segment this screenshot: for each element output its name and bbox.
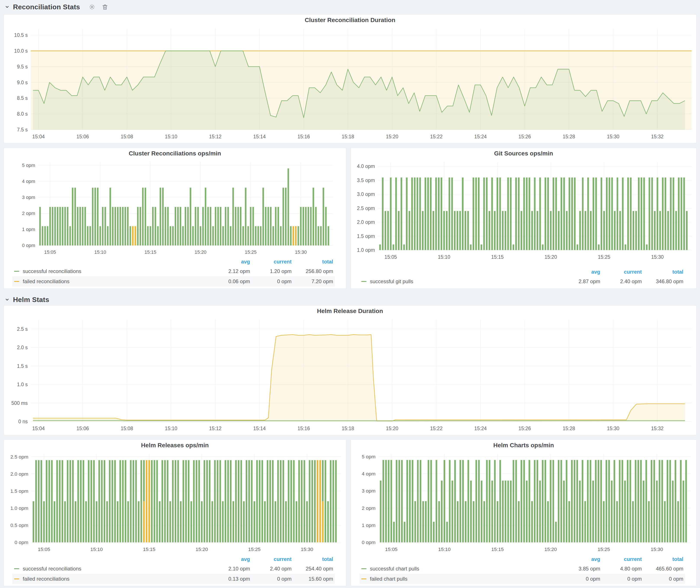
- legend-series-label: successful git pulls: [370, 278, 413, 284]
- git-sources-opm-chart[interactable]: 15:0515:1015:1515:2015:2515:301.0 opm1.5…: [351, 159, 696, 262]
- panel-git-sources-opm: Git Sources ops/min 15:0515:1015:1515:20…: [351, 148, 697, 289]
- legend-stat-value: 256.80 opm: [292, 268, 333, 274]
- panel-title[interactable]: Cluster Reconciliations ops/min: [4, 148, 346, 159]
- legend-row: successful reconciliations2.10 opm2.40 o…: [12, 564, 335, 574]
- svg-text:0 opm: 0 opm: [362, 540, 376, 545]
- legend-sort-current[interactable]: current: [250, 556, 292, 562]
- legend-sort-total[interactable]: total: [642, 556, 683, 562]
- svg-text:15:10: 15:10: [165, 426, 177, 431]
- legend-sort-total[interactable]: total: [292, 556, 333, 562]
- legend-series-toggle[interactable]: failed chart pulls: [361, 576, 559, 582]
- legend-row: successful reconciliations2.12 opm1.20 o…: [12, 266, 335, 276]
- legend-row: failed reconciliations0.13 opm0 opm15.60…: [12, 574, 335, 584]
- svg-text:15:15: 15:15: [144, 249, 156, 255]
- svg-text:15:10: 15:10: [90, 546, 103, 552]
- cluster-reconciliations-opm-chart[interactable]: 15:0515:1015:1515:2015:2515:300 opm1 opm…: [4, 159, 346, 257]
- cluster-reconciliation-duration-chart[interactable]: 15:0415:0615:0815:1015:1215:1415:1615:18…: [4, 26, 696, 141]
- panel-title[interactable]: Helm Charts ops/min: [351, 440, 696, 451]
- section-header-helm-stats[interactable]: Helm Stats: [3, 294, 697, 305]
- helm-releases-opm-chart[interactable]: 15:0515:1015:1515:2015:2515:300 opm0.5 o…: [4, 451, 346, 554]
- panel-cluster-reconciliations-opm: Cluster Reconciliations ops/min 15:0515:…: [3, 148, 346, 289]
- svg-text:15:26: 15:26: [518, 426, 531, 431]
- chevron-down-icon[interactable]: [5, 297, 10, 302]
- legend-sort-total[interactable]: total: [292, 259, 333, 265]
- legend-stat-value: 0 opm: [559, 576, 600, 582]
- svg-text:9.0 s: 9.0 s: [17, 80, 28, 85]
- svg-text:15:05: 15:05: [44, 249, 56, 255]
- legend-series-toggle[interactable]: failed reconciliations: [14, 278, 208, 284]
- legend-series-toggle[interactable]: failed reconciliations: [14, 576, 208, 582]
- legend-sort-total[interactable]: total: [642, 269, 683, 275]
- panel-title[interactable]: Helm Releases ops/min: [4, 440, 346, 451]
- svg-text:7.5 s: 7.5 s: [17, 127, 28, 132]
- legend-stat-value: 0 opm: [600, 576, 642, 582]
- svg-text:15:30: 15:30: [651, 254, 664, 260]
- series-color-dash: [14, 568, 19, 569]
- legend-sort-current[interactable]: current: [600, 269, 642, 275]
- svg-text:15:20: 15:20: [386, 426, 398, 431]
- panel-title[interactable]: Cluster Reconciliation Duration: [4, 15, 696, 26]
- svg-text:15:30: 15:30: [607, 426, 619, 431]
- legend-stat-value: 2.12 opm: [208, 268, 250, 274]
- helm-release-duration-chart[interactable]: 15:0415:0615:0815:1015:1215:1415:1615:18…: [4, 317, 696, 433]
- svg-text:1.0 s: 1.0 s: [17, 382, 28, 387]
- panel-title[interactable]: Helm Release Duration: [4, 305, 696, 317]
- svg-text:15:08: 15:08: [121, 426, 133, 431]
- panel-helm-charts-opm: Helm Charts ops/min 15:0515:1015:1515:20…: [351, 439, 697, 586]
- legend-stat-value: 2.10 opm: [208, 566, 250, 572]
- legend-series-toggle[interactable]: successful git pulls: [361, 278, 559, 284]
- svg-text:1.5 opm: 1.5 opm: [357, 233, 375, 239]
- svg-text:0 ns: 0 ns: [18, 419, 28, 424]
- legend-header-row: avgcurrenttotal: [12, 555, 335, 564]
- svg-text:15:28: 15:28: [563, 426, 575, 431]
- legend-series-toggle[interactable]: successful chart pulls: [361, 566, 559, 572]
- series-color-dash: [14, 281, 19, 282]
- svg-text:15:05: 15:05: [385, 546, 397, 552]
- svg-text:4.0 opm: 4.0 opm: [357, 163, 375, 169]
- chevron-down-icon[interactable]: [5, 5, 10, 9]
- legend-header-row: avgcurrenttotal: [360, 268, 685, 276]
- svg-text:15:05: 15:05: [38, 546, 50, 552]
- svg-text:15:25: 15:25: [248, 546, 261, 552]
- svg-text:15:08: 15:08: [121, 134, 133, 139]
- svg-text:2.0 opm: 2.0 opm: [10, 471, 28, 477]
- helm-charts-opm-chart[interactable]: 15:0515:1015:1515:2015:2515:300 opm1 opm…: [351, 451, 696, 554]
- panel-cluster-reconciliation-duration: Cluster Reconciliation Duration 15:0415:…: [3, 14, 697, 143]
- svg-text:15:25: 15:25: [598, 546, 610, 552]
- svg-text:0.5 opm: 0.5 opm: [10, 522, 28, 528]
- svg-text:15:20: 15:20: [545, 254, 557, 260]
- svg-text:15:10: 15:10: [94, 249, 106, 255]
- section-title[interactable]: Helm Stats: [13, 296, 49, 304]
- legend-row: successful chart pulls3.85 opm4.80 opm46…: [360, 564, 685, 574]
- legend-series-toggle[interactable]: successful reconciliations: [14, 566, 208, 572]
- legend: avgcurrenttotalsuccessful git pulls2.87 …: [351, 267, 696, 289]
- svg-text:15:30: 15:30: [607, 134, 619, 139]
- svg-text:4 opm: 4 opm: [22, 179, 35, 184]
- svg-text:15:04: 15:04: [32, 426, 45, 431]
- section-title[interactable]: Reconciliation Stats: [13, 3, 80, 11]
- trash-icon[interactable]: [102, 4, 108, 10]
- svg-text:3.0 opm: 3.0 opm: [357, 191, 375, 197]
- svg-text:15:32: 15:32: [651, 134, 664, 139]
- gear-icon[interactable]: [89, 4, 95, 10]
- svg-text:15:05: 15:05: [384, 254, 397, 260]
- legend-stat-value: 465.60 opm: [642, 566, 683, 572]
- legend-sort-avg[interactable]: avg: [208, 259, 250, 265]
- panel-title[interactable]: Git Sources ops/min: [351, 148, 696, 159]
- legend-sort-avg[interactable]: avg: [559, 269, 600, 275]
- svg-text:15:22: 15:22: [430, 134, 443, 139]
- panel-helm-releases-opm: Helm Releases ops/min 15:0515:1015:1515:…: [3, 439, 346, 586]
- svg-text:15:25: 15:25: [245, 249, 257, 255]
- legend-sort-avg[interactable]: avg: [559, 556, 600, 562]
- legend: avgcurrenttotalsuccessful reconciliation…: [4, 554, 346, 586]
- legend-sort-current[interactable]: current: [600, 556, 642, 562]
- legend-sort-current[interactable]: current: [250, 259, 292, 265]
- svg-text:15:18: 15:18: [342, 426, 354, 431]
- legend-series-toggle[interactable]: successful reconciliations: [14, 268, 208, 274]
- legend-stat-value: 0.06 opm: [208, 278, 250, 284]
- legend-row: failed reconciliations0.06 opm0 opm7.20 …: [12, 276, 335, 286]
- svg-text:15:24: 15:24: [474, 426, 487, 431]
- legend-sort-avg[interactable]: avg: [208, 556, 250, 562]
- section-header-reconciliation-stats[interactable]: Reconciliation Stats: [3, 1, 697, 13]
- legend: avgcurrenttotalsuccessful chart pulls3.8…: [351, 554, 696, 586]
